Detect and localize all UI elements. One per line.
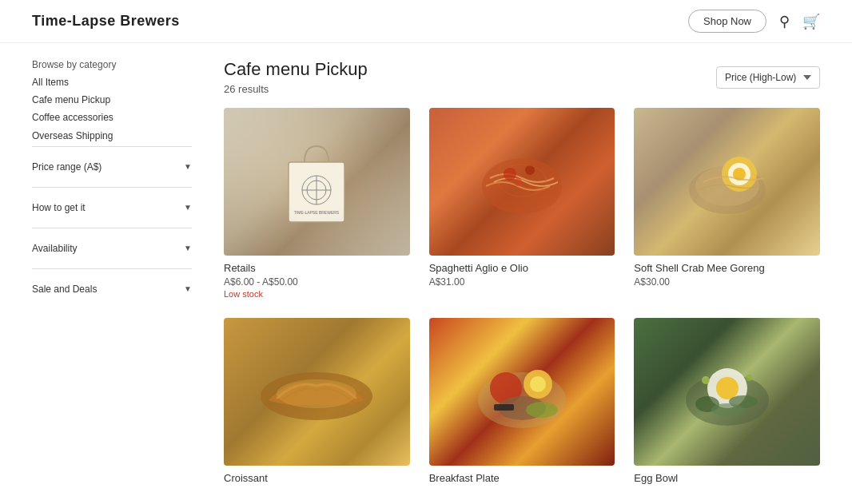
results-count: 26 results — [224, 83, 368, 95]
page-title: Cafe menu Pickup — [224, 59, 368, 80]
filter-how-to-get-it-chevron: ▼ — [184, 203, 192, 212]
crab-svg — [679, 134, 775, 230]
sidebar: Browse by category All Items Cafe menu P… — [32, 59, 192, 486]
filter-sale-deals: Sale and Deals ▼ — [32, 268, 192, 309]
logo: Time-Lapse Brewers — [32, 13, 180, 30]
product-low-stock-retails: Low stock — [224, 289, 410, 299]
tote-bag-svg: TIME-LAPSE BREWERS — [281, 134, 352, 230]
main-content: Cafe menu Pickup 26 results Price (High-… — [224, 59, 820, 486]
filter-availability-chevron: ▼ — [184, 244, 192, 252]
svg-point-30 — [711, 403, 743, 416]
svg-point-27 — [716, 377, 739, 399]
product-card-egg-bowl[interactable]: Egg Bowl — [634, 318, 820, 486]
sort-select[interactable]: Price (High-Low) Price (Low-High) Newest… — [716, 66, 820, 89]
product-name-spaghetti: Spaghetti Aglio e Olio — [429, 262, 615, 274]
filter-availability-header[interactable]: Availability ▼ — [32, 236, 192, 260]
sidebar-item-cafe-menu[interactable]: Cafe menu Pickup — [32, 93, 192, 108]
svg-point-7 — [504, 168, 516, 181]
spaghetti-svg — [474, 134, 570, 230]
product-name-retails: Retails — [224, 262, 410, 274]
product-info-breakfast: Breakfast Plate — [429, 472, 615, 484]
search-button[interactable]: ⚲ — [779, 13, 790, 30]
svg-point-9 — [514, 178, 522, 186]
svg-point-1 — [302, 176, 331, 204]
page-title-section: Cafe menu Pickup 26 results — [224, 59, 368, 95]
product-card-crab[interactable]: Soft Shell Crab Mee Goreng A$30.00 — [634, 108, 820, 299]
product-card-spaghetti[interactable]: Spaghetti Aglio e Olio A$31.00 — [429, 108, 615, 299]
product-price-retails: A$6.00 - A$50.00 — [224, 276, 410, 288]
cart-button[interactable]: 🛒 — [802, 13, 820, 30]
filter-sale-deals-label: Sale and Deals — [32, 284, 97, 295]
product-image-croissant — [224, 318, 410, 466]
svg-point-24 — [526, 402, 558, 418]
product-card-retails[interactable]: TIME-LAPSE BREWERS Retails A$6.00 - A$50… — [224, 108, 410, 299]
product-image-breakfast — [429, 318, 615, 466]
search-icon: ⚲ — [779, 14, 790, 30]
product-info-egg-bowl: Egg Bowl — [634, 472, 820, 484]
svg-text:TIME-LAPSE BREWERS: TIME-LAPSE BREWERS — [294, 210, 340, 215]
cart-icon: 🛒 — [802, 14, 820, 30]
filter-sale-deals-chevron: ▼ — [184, 284, 192, 293]
filter-sale-deals-header[interactable]: Sale and Deals ▼ — [32, 277, 192, 301]
sidebar-item-overseas[interactable]: Overseas Shipping — [32, 129, 192, 144]
product-name-crab: Soft Shell Crab Mee Goreng — [634, 262, 820, 274]
filter-price-range: Price range (A$) ▼ — [32, 146, 192, 187]
sort-wrapper: Price (High-Low) Price (Low-High) Newest… — [716, 66, 820, 89]
svg-point-17 — [277, 379, 356, 408]
product-image-crab — [634, 108, 820, 256]
svg-point-2 — [307, 181, 326, 200]
header: Time-Lapse Brewers Shop Now ⚲ 🛒 — [0, 0, 852, 43]
product-name-egg-bowl: Egg Bowl — [634, 472, 820, 484]
main-layout: Browse by category All Items Cafe menu P… — [0, 43, 852, 502]
filter-price-range-header[interactable]: Price range (A$) ▼ — [32, 155, 192, 179]
product-price-crab: A$30.00 — [634, 276, 820, 288]
product-price-spaghetti: A$31.00 — [429, 276, 615, 288]
svg-rect-23 — [494, 404, 514, 411]
breakfast-svg — [470, 344, 574, 440]
sidebar-item-coffee[interactable]: Coffee accessories — [32, 110, 192, 125]
product-info-croissant: Croissant — [224, 472, 410, 484]
filter-availability-label: Availability — [32, 243, 77, 254]
filter-how-to-get-it-label: How to get it — [32, 202, 86, 213]
svg-point-31 — [702, 376, 710, 384]
filter-how-to-get-it: How to get it ▼ — [32, 187, 192, 228]
product-info-crab: Soft Shell Crab Mee Goreng A$30.00 — [634, 262, 820, 288]
content-header: Cafe menu Pickup 26 results Price (High-… — [224, 59, 820, 95]
filter-availability: Availability ▼ — [32, 228, 192, 268]
product-grid: TIME-LAPSE BREWERS Retails A$6.00 - A$50… — [224, 108, 820, 486]
sidebar-item-all-items[interactable]: All Items — [32, 75, 192, 90]
svg-point-21 — [530, 376, 546, 392]
shop-now-button[interactable]: Shop Now — [688, 10, 766, 33]
product-card-breakfast[interactable]: Breakfast Plate — [429, 318, 615, 486]
product-image-retails: TIME-LAPSE BREWERS — [224, 108, 410, 256]
sidebar-nav: All Items Cafe menu Pickup Coffee access… — [32, 75, 192, 144]
header-actions: Shop Now ⚲ 🛒 — [688, 10, 820, 33]
product-card-croissant[interactable]: Croissant — [224, 318, 410, 486]
svg-rect-0 — [289, 162, 344, 222]
filter-price-range-label: Price range (A$) — [32, 161, 102, 173]
svg-point-32 — [746, 375, 752, 381]
product-image-egg-bowl — [634, 318, 820, 466]
product-name-breakfast: Breakfast Plate — [429, 472, 615, 484]
product-name-croissant: Croissant — [224, 472, 410, 484]
product-image-spaghetti — [429, 108, 615, 256]
browse-label: Browse by category — [32, 59, 192, 70]
croissant-svg — [253, 352, 380, 432]
product-info-spaghetti: Spaghetti Aglio e Olio A$31.00 — [429, 262, 615, 288]
filter-how-to-get-it-header[interactable]: How to get it ▼ — [32, 196, 192, 220]
egg-bowl-svg — [675, 344, 779, 440]
product-info-retails: Retails A$6.00 - A$50.00 Low stock — [224, 262, 410, 299]
filter-price-range-chevron: ▼ — [184, 162, 192, 171]
